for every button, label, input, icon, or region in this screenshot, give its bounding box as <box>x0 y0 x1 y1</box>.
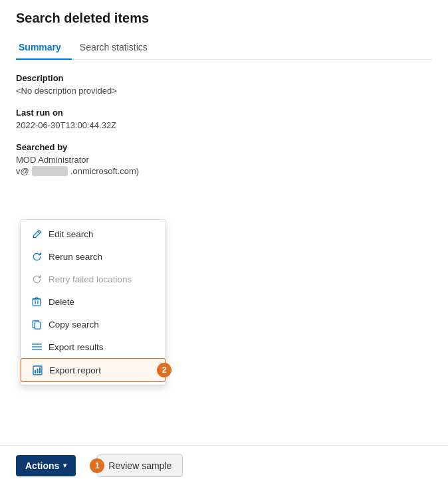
description-value: <No description provided> <box>16 86 432 96</box>
description-section: Description <No description provided> <box>16 73 432 96</box>
actions-label: Actions <box>25 460 59 471</box>
email-prefix: v@ <box>16 166 29 176</box>
dropdown-menu: Edit search Rerun search Retry failed lo… <box>20 219 166 385</box>
edit-search-label: Edit search <box>49 229 94 239</box>
chevron-down-icon: ▾ <box>63 462 66 469</box>
review-sample-button[interactable]: 1 Review sample <box>97 454 183 477</box>
menu-item-copy-search[interactable]: Copy search <box>21 313 166 336</box>
last-run-label: Last run on <box>16 108 432 118</box>
svg-rect-8 <box>39 367 41 373</box>
retry-failed-icon <box>31 274 42 284</box>
tabs-container: Summary Search statistics <box>16 37 432 60</box>
copy-search-label: Copy search <box>49 320 99 330</box>
page-container: Search deleted items Summary Search stat… <box>0 0 448 199</box>
menu-item-export-report[interactable]: Export report 2 <box>21 358 166 382</box>
svg-rect-7 <box>37 369 38 373</box>
menu-item-delete[interactable]: Delete <box>21 290 166 313</box>
export-results-label: Export results <box>49 342 104 352</box>
rerun-search-label: Rerun search <box>49 252 102 262</box>
svg-rect-6 <box>35 370 36 373</box>
retry-failed-label: Retry failed locations <box>49 274 132 284</box>
searched-by-section: Searched by MOD Administrator v@ .onmicr… <box>16 142 432 176</box>
review-sample-label: Review sample <box>108 460 171 471</box>
review-sample-badge: 1 <box>90 458 104 473</box>
last-run-section: Last run on 2022-06-30T13:00:44.32Z <box>16 108 432 130</box>
rerun-search-icon <box>31 251 42 262</box>
export-report-badge: 2 <box>157 363 171 377</box>
email-row: v@ .onmicrosoft.com) <box>16 166 432 176</box>
last-run-value: 2022-06-30T13:00:44.32Z <box>16 120 432 130</box>
searched-by-value: MOD Administrator <box>16 155 432 165</box>
menu-item-rerun-search[interactable]: Rerun search <box>21 245 166 268</box>
export-report-icon <box>32 365 43 375</box>
delete-label: Delete <box>49 297 74 307</box>
page-title: Search deleted items <box>16 11 432 26</box>
email-blurred <box>32 166 68 176</box>
delete-icon <box>31 296 42 307</box>
tab-summary[interactable]: Summary <box>16 37 72 59</box>
export-report-label: Export report <box>49 365 101 375</box>
tab-search-statistics[interactable]: Search statistics <box>77 37 158 59</box>
svg-rect-0 <box>33 298 40 305</box>
export-results-icon <box>31 341 42 352</box>
searched-by-label: Searched by <box>16 142 432 152</box>
menu-item-export-results[interactable]: Export results <box>21 336 166 358</box>
actions-button[interactable]: Actions ▾ <box>16 455 76 476</box>
menu-item-edit-search[interactable]: Edit search <box>21 223 166 245</box>
copy-search-icon <box>31 319 42 330</box>
menu-item-retry-failed: Retry failed locations <box>21 268 166 290</box>
svg-rect-1 <box>35 322 40 328</box>
description-label: Description <box>16 73 432 83</box>
edit-search-icon <box>31 229 42 239</box>
email-suffix: .onmicrosoft.com) <box>70 166 139 176</box>
bottom-bar: Actions ▾ 1 Review sample <box>0 445 448 485</box>
